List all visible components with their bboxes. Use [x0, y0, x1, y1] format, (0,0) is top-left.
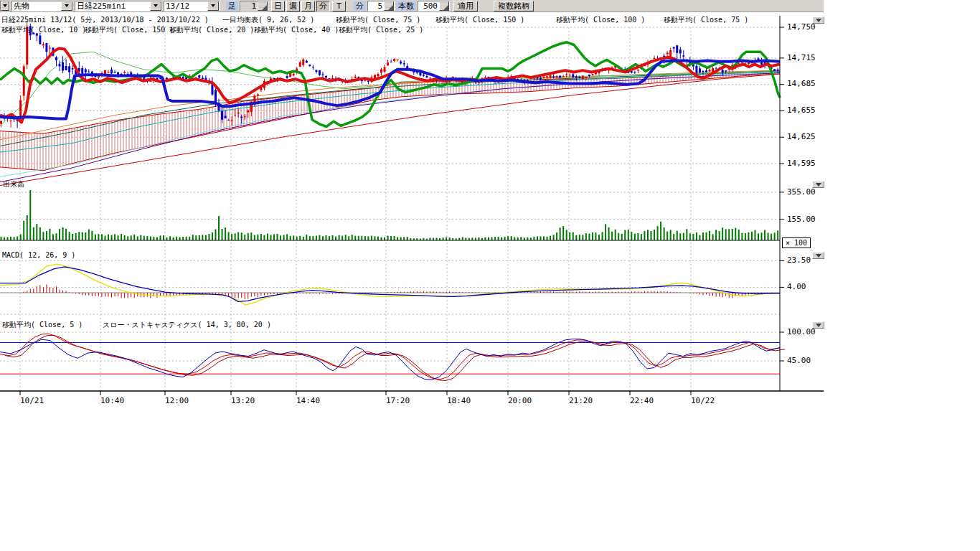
period-tick-button[interactable]: T — [332, 1, 346, 11]
volume-tick: 355.00 — [787, 188, 816, 197]
contract-month-combo[interactable]: 13/12 — [164, 1, 220, 11]
market-combo[interactable]: 先物 — [11, 1, 73, 11]
macd-tick: 4.00 — [787, 283, 806, 291]
legend-ichimoku: 一目均衡表( 9, 26, 52 ) — [222, 16, 314, 24]
stochastics-label: スロー・ストキャスティクス( 14, 3, 80, 20 ) — [103, 321, 271, 329]
legend-ma-20: 移動平均( Close, 20 ) — [169, 26, 254, 34]
combo-dropdown-icon[interactable] — [61, 1, 72, 11]
chevron-down-icon — [816, 183, 821, 187]
combo-dropdown-icon[interactable] — [1, 1, 9, 11]
combo-dropdown-icon[interactable] — [207, 1, 219, 11]
bar-count-label: 本数 — [396, 1, 416, 11]
minute-spinner[interactable]: 5 — [367, 1, 395, 11]
price-tick: 14,625 — [787, 133, 816, 141]
volume-multiplier-badge: × 100 — [782, 237, 811, 248]
volume-tick: 155.00 — [787, 215, 816, 224]
price-tick: 14,750 — [787, 23, 816, 32]
time-tick: 20:00 — [508, 397, 532, 405]
chart-canvas — [0, 12, 825, 414]
volume-panel-menu-button[interactable] — [812, 181, 824, 188]
time-tick: 14:40 — [296, 397, 320, 405]
time-tick: 10:40 — [100, 397, 124, 405]
price-tick: 14,655 — [787, 106, 816, 115]
spinner-icon[interactable] — [439, 1, 449, 11]
period-day-button[interactable]: 日 — [271, 1, 285, 11]
time-tick: 10/22 — [691, 397, 715, 405]
macd-panel-menu-button[interactable] — [812, 252, 824, 259]
period-month-button[interactable]: 月 — [301, 1, 315, 11]
period-week-button[interactable]: 週 — [286, 1, 300, 11]
bar-label: 足 — [226, 1, 238, 11]
legend-ma-75: 移動平均( Close, 75 ) — [336, 16, 420, 24]
trading-app-window: 先物 日経225mini 13/12 足 1 日 週 月 分 T 分 5 本数 … — [0, 0, 980, 551]
chart-area: 日経225mini 13/12( 5分, 2013/10/18 - 2013/1… — [0, 12, 980, 551]
minute-value: 5 — [368, 1, 384, 11]
chevron-down-icon — [816, 254, 821, 258]
multi-symbol-button[interactable]: 複数銘柄 — [494, 1, 534, 11]
legend-ma-150b: 移動平均( Close, 150 ) — [85, 26, 174, 34]
price-tick: 14,715 — [787, 54, 816, 62]
time-tick: 12:00 — [165, 397, 189, 405]
time-tick: 18:40 — [447, 397, 471, 405]
bar-count-value: 500 — [418, 1, 439, 11]
time-tick: 21:20 — [569, 397, 593, 405]
legend-ma-150: 移動平均( Close, 150 ) — [435, 16, 524, 24]
time-tick: 17:20 — [386, 397, 410, 405]
spinner-icon[interactable] — [258, 1, 268, 11]
bar-interval-value: 1 — [240, 1, 258, 11]
time-tick: 22:40 — [630, 397, 654, 405]
volume-panel-label: 出来高 — [3, 180, 24, 188]
stoch-panel-menu-button[interactable] — [812, 321, 824, 329]
stoch-ma-label: 移動平均( Close, 5 ) — [2, 321, 83, 329]
bar-interval-spinner[interactable]: 1 — [240, 1, 268, 11]
legend-ma-75b: 移動平均( Close, 75 ) — [664, 16, 748, 24]
chart-title: 日経225mini 13/12( 5分, 2013/10/18 - 2013/1… — [1, 16, 209, 24]
macd-tick: 23.50 — [787, 256, 811, 265]
macd-panel-label: MACD( 12, 26, 9 ) — [2, 251, 75, 259]
period-minute-button[interactable]: 分 — [316, 1, 330, 11]
chevron-down-icon — [816, 324, 821, 327]
bar-count-spinner[interactable]: 500 — [418, 1, 450, 11]
time-tick: 10/21 — [20, 397, 44, 405]
legend-ma-25: 移動平均( Close, 25 ) — [339, 26, 423, 34]
legend-ma-40: 移動平均( Close, 40 ) — [254, 26, 339, 34]
stoch-tick: 45.00 — [787, 357, 811, 365]
chevron-down-icon — [816, 19, 821, 22]
stoch-tick: 100.00 — [787, 328, 816, 336]
toolbar: 先物 日経225mini 13/12 足 1 日 週 月 分 T 分 5 本数 … — [0, 0, 824, 12]
legend-ma-10: 移動平均( Close, 10 ) — [1, 26, 86, 34]
leftmost-combo-partial[interactable] — [0, 1, 10, 11]
minute-label: 分 — [354, 1, 366, 11]
symbol-combo[interactable]: 日経225mini — [75, 1, 162, 11]
spinner-icon[interactable] — [384, 1, 394, 11]
combo-dropdown-icon[interactable] — [150, 1, 161, 11]
apply-button[interactable]: 適用 — [453, 1, 478, 11]
time-tick: 13:20 — [231, 397, 255, 405]
price-tick: 14,685 — [787, 80, 816, 88]
symbol-combo-value: 日経225mini — [75, 1, 150, 11]
contract-month-value: 13/12 — [164, 1, 207, 11]
legend-ma-100: 移動平均( Close, 100 ) — [556, 16, 645, 24]
price-tick: 14,595 — [787, 159, 816, 168]
market-combo-value: 先物 — [12, 1, 61, 11]
main-panel-menu-button[interactable] — [812, 17, 824, 24]
